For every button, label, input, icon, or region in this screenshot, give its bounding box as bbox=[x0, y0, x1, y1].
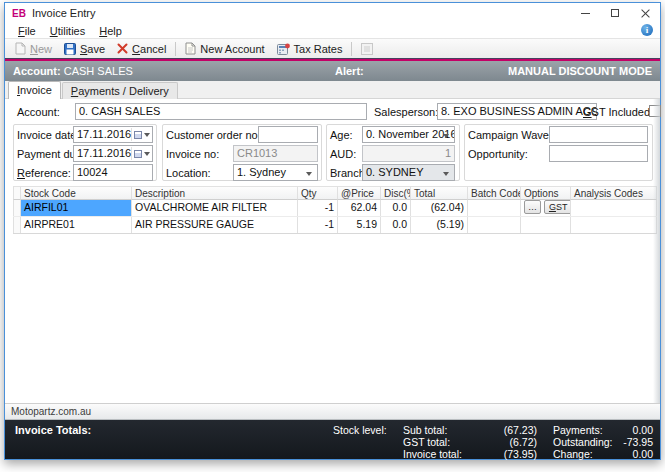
title-bar: EB Invoice Entry bbox=[5, 3, 660, 23]
minimize-icon bbox=[581, 13, 590, 14]
cell-qty[interactable]: -1 bbox=[298, 200, 338, 216]
location-label: Location: bbox=[166, 167, 211, 179]
account-field-label: Account: bbox=[17, 106, 60, 118]
currency-rate-input: 1 bbox=[362, 145, 455, 162]
account-input[interactable]: 0. CASH SALES bbox=[75, 103, 367, 120]
col-disc[interactable]: Disc(%) bbox=[381, 186, 411, 200]
cell-options bbox=[521, 217, 571, 233]
col-stock-code[interactable]: Stock Code bbox=[21, 186, 132, 200]
tab-payments-delivery[interactable]: Payments / Delivery bbox=[62, 82, 178, 99]
change-label: Change: bbox=[553, 448, 593, 460]
salesperson-input[interactable]: 8. EXO BUSINESS ADMIN ACCOUNT bbox=[437, 103, 597, 120]
col-total[interactable]: Total bbox=[411, 186, 468, 200]
payment-due-calendar-icon[interactable] bbox=[131, 147, 151, 160]
cell-options: … GST bbox=[521, 200, 571, 216]
cell-batch-code[interactable] bbox=[468, 217, 521, 233]
gst-included-checkbox[interactable] bbox=[649, 105, 661, 117]
invoice-date-input[interactable]: 17.11.2016 bbox=[73, 126, 153, 143]
col-options[interactable]: Options bbox=[521, 186, 571, 200]
age-select[interactable]: 0. November 2016 bbox=[362, 126, 455, 143]
app-logo-icon: EB bbox=[12, 8, 26, 19]
toolbar-separator bbox=[175, 42, 176, 56]
row-indicator bbox=[13, 217, 21, 233]
cell-stock-code[interactable]: AIRPRE01 bbox=[21, 217, 132, 233]
salesperson-label: Salesperson: bbox=[374, 106, 438, 118]
cell-qty[interactable]: -1 bbox=[298, 217, 338, 233]
toolbar: New Save Cancel New Account Tax Rates bbox=[5, 38, 660, 58]
col-description[interactable]: Description bbox=[132, 186, 298, 200]
tax-rates-icon bbox=[277, 43, 290, 55]
cell-batch-code[interactable] bbox=[468, 200, 521, 216]
col-qty[interactable]: Qty bbox=[298, 186, 338, 200]
col-price[interactable]: @Price bbox=[338, 186, 381, 200]
maximize-icon bbox=[611, 9, 619, 17]
close-icon bbox=[641, 9, 650, 18]
payment-due-input[interactable]: 17.11.2016 bbox=[73, 145, 153, 162]
cancel-button[interactable]: Cancel bbox=[111, 41, 172, 57]
cancel-x-icon bbox=[117, 43, 128, 54]
chevron-down-icon bbox=[443, 172, 449, 176]
extra-tool-button bbox=[355, 41, 379, 57]
opportunity-label: Opportunity: bbox=[468, 148, 528, 160]
cell-price[interactable]: 62.04 bbox=[338, 200, 381, 216]
grid-row-1[interactable]: AIRFIL01 OVALCHROME AIR FILTER -1 62.04 … bbox=[13, 200, 657, 217]
cell-total[interactable]: (5.19) bbox=[411, 217, 468, 233]
outstanding-value: -73.95 bbox=[623, 436, 653, 448]
reference-input[interactable]: 10024 bbox=[73, 164, 153, 181]
cell-stock-code[interactable]: AIRFIL01 bbox=[21, 200, 132, 216]
campaign-wave-input[interactable] bbox=[549, 126, 648, 143]
location-select[interactable]: 1. Sydney bbox=[233, 164, 318, 181]
invoice-total-value: (73.95) bbox=[504, 448, 537, 460]
maximize-button[interactable] bbox=[600, 3, 630, 23]
alert-label: Alert: bbox=[335, 65, 364, 77]
new-button: New bbox=[9, 40, 58, 57]
account-value: CASH SALES bbox=[61, 65, 133, 77]
cell-total[interactable]: (62.04) bbox=[411, 200, 468, 216]
close-button[interactable] bbox=[630, 3, 660, 23]
cell-disc[interactable]: 0.0 bbox=[381, 200, 411, 216]
gst-included-label: GST Included: bbox=[583, 106, 653, 118]
tab-strip: Invoice Payments / Delivery bbox=[5, 81, 660, 99]
line-options-button[interactable]: … bbox=[524, 200, 541, 214]
account-header-bar: Account: CASH SALES Alert: MANUAL DISCOU… bbox=[5, 61, 660, 81]
toolbar-separator bbox=[351, 42, 352, 56]
outstanding-label: Outstanding: bbox=[553, 436, 613, 448]
company-name: Motopartz.com.au bbox=[11, 406, 91, 417]
cell-disc[interactable]: 0.0 bbox=[381, 217, 411, 233]
payments-value: 0.00 bbox=[633, 424, 653, 436]
new-page-icon bbox=[15, 42, 26, 55]
new-account-page-icon bbox=[185, 42, 196, 55]
menu-help[interactable]: Help bbox=[92, 25, 129, 37]
grid-row-2[interactable]: AIRPRE01 AIR PRESSURE GAUGE -1 5.19 0.0 … bbox=[13, 217, 657, 234]
save-button[interactable]: Save bbox=[58, 41, 111, 57]
line-gst-button[interactable]: GST bbox=[544, 200, 571, 214]
cell-price[interactable]: 5.19 bbox=[338, 217, 381, 233]
cell-analysis-codes[interactable] bbox=[571, 217, 657, 233]
opportunity-input[interactable] bbox=[549, 145, 648, 162]
minimize-button[interactable] bbox=[570, 3, 600, 23]
grid-header-row: Stock Code Description Qty @Price Disc(%… bbox=[13, 186, 657, 200]
cell-description[interactable]: OVALCHROME AIR FILTER bbox=[132, 200, 298, 216]
invoice-date-calendar-icon[interactable] bbox=[131, 128, 151, 141]
cell-analysis-codes[interactable] bbox=[571, 200, 657, 216]
col-batch-code[interactable]: Batch Code bbox=[468, 186, 521, 200]
new-account-button[interactable]: New Account bbox=[179, 40, 270, 57]
row-indicator-header bbox=[13, 186, 21, 200]
manual-discount-mode-badge: MANUAL DISCOUNT MODE bbox=[508, 65, 652, 77]
customer-order-no-input[interactable] bbox=[258, 126, 318, 143]
save-icon bbox=[64, 43, 76, 55]
cell-description[interactable]: AIR PRESSURE GAUGE bbox=[132, 217, 298, 233]
tax-rates-button[interactable]: Tax Rates bbox=[271, 41, 349, 57]
row-indicator bbox=[13, 200, 21, 216]
tab-invoice[interactable]: Invoice bbox=[8, 81, 61, 99]
menu-file[interactable]: File bbox=[11, 25, 43, 37]
age-label: Age: bbox=[330, 129, 353, 141]
branch-select[interactable]: 0. SYDNEY bbox=[362, 164, 455, 181]
payments-label: Payments: bbox=[553, 424, 603, 436]
menu-utilities[interactable]: Utilities bbox=[43, 25, 92, 37]
invoice-no-label: Invoice no: bbox=[166, 148, 219, 160]
info-icon[interactable]: i bbox=[641, 24, 653, 36]
status-bar: Motopartz.com.au bbox=[5, 403, 660, 420]
chevron-down-icon bbox=[306, 172, 312, 176]
col-analysis-codes[interactable]: Analysis Codes bbox=[571, 186, 657, 200]
